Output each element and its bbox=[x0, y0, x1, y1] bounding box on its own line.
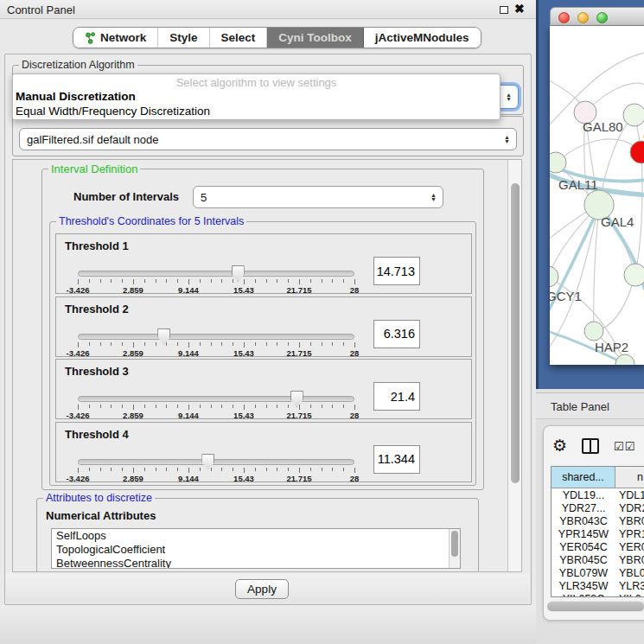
table-row[interactable]: YLR345WYLR3 bbox=[552, 579, 644, 592]
apply-button[interactable]: Apply bbox=[235, 579, 289, 599]
threshold-value-field[interactable]: 6.316 bbox=[373, 320, 420, 348]
table-panel-box: ⚙ ☑☑ shared... n YDL19...YDL1YDR27...YDR… bbox=[543, 425, 644, 621]
threshold-slider[interactable]: -3.4262.8599.14415.4321.71528 bbox=[78, 457, 354, 483]
popup-placeholder-item[interactable]: Select algorithm to view settings bbox=[13, 74, 500, 89]
table-row[interactable]: YDR27...YDR2 bbox=[552, 501, 644, 514]
minimize-traffic-light-icon[interactable] bbox=[577, 12, 589, 23]
apply-button-strip: Apply bbox=[6, 574, 530, 604]
attribute-list-item[interactable]: TopologicalCoefficient bbox=[52, 543, 460, 557]
attribute-list-item[interactable]: SelfLoops bbox=[52, 529, 460, 543]
split-columns-icon[interactable] bbox=[582, 438, 599, 454]
network-node[interactable] bbox=[550, 266, 558, 287]
tab-label: Cyni Toolbox bbox=[278, 31, 352, 44]
cell-shared-name: YPR145W bbox=[552, 527, 615, 540]
threshold-box: Threshold 3-3.4262.8599.14415.4321.71528… bbox=[55, 359, 472, 419]
threshold-slider[interactable]: -3.4262.8599.14415.4321.71528 bbox=[78, 332, 354, 358]
threshold-slider[interactable]: -3.4262.8599.14415.4321.71528 bbox=[78, 394, 354, 420]
network-node[interactable] bbox=[623, 104, 644, 126]
slider-track[interactable] bbox=[78, 334, 354, 340]
popup-option[interactable]: Equal Width/Frequency Discretization bbox=[13, 104, 500, 118]
slider-ticks bbox=[78, 342, 354, 348]
table-row[interactable]: YPR145WYPR1 bbox=[552, 527, 644, 540]
table-panel-title: Table Panel bbox=[551, 400, 609, 413]
combo-arrows-icon: ▲▼ bbox=[430, 187, 437, 207]
zoom-traffic-light-icon[interactable] bbox=[596, 12, 608, 23]
threshold-value-field[interactable]: 21.4 bbox=[373, 382, 420, 411]
tab-label: Network bbox=[100, 31, 146, 44]
threshold-label: Threshold 3 bbox=[65, 365, 129, 378]
settings-scrollbar-thumb[interactable] bbox=[511, 183, 520, 483]
attribute-list-item[interactable]: BetweennessCentrality bbox=[52, 557, 460, 569]
network-node[interactable] bbox=[630, 141, 644, 163]
close-traffic-light-icon[interactable] bbox=[558, 12, 570, 23]
list-scrollbar[interactable] bbox=[449, 529, 460, 568]
network-view-window[interactable]: GAL80GACGAL11GAL4GCY1HHAP2 bbox=[536, 0, 644, 389]
threshold-value-field[interactable]: 11.344 bbox=[373, 445, 420, 474]
list-scrollbar-thumb[interactable] bbox=[451, 531, 458, 557]
table-row[interactable]: YBL079WYBL0 bbox=[552, 566, 644, 579]
numerical-attributes-list[interactable]: SelfLoopsTopologicalCoefficientBetweenne… bbox=[51, 528, 461, 569]
slider-tick-labels: -3.4262.8599.14415.4321.71528 bbox=[78, 474, 354, 483]
table-horizontal-scrollbar[interactable] bbox=[547, 601, 644, 612]
right-column: GAL80GACGAL11GAL4GCY1HHAP2 Table Panel ⚙… bbox=[536, 0, 644, 644]
thresholds-coordinates-label: Threshold's Coordinates for 5 Intervals bbox=[56, 215, 246, 227]
cell-name: YBR0 bbox=[615, 514, 644, 527]
slider-track[interactable] bbox=[78, 459, 354, 465]
slider-ticks bbox=[78, 405, 354, 411]
slider-tick-labels: -3.4262.8599.14415.4321.71528 bbox=[78, 411, 354, 420]
cell-name: YIL0 bbox=[615, 592, 644, 597]
slider-track[interactable] bbox=[78, 396, 354, 402]
close-icon[interactable]: ✖ bbox=[514, 2, 525, 16]
popup-option[interactable]: Manual Discretization bbox=[13, 89, 500, 104]
table-row[interactable]: YDL19...YDL1 bbox=[552, 488, 644, 501]
cell-shared-name: YBR045C bbox=[552, 553, 615, 566]
threshold-slider[interactable]: -3.4262.8599.14415.4321.71528 bbox=[78, 269, 354, 295]
network-canvas[interactable]: GAL80GACGAL11GAL4GCY1HHAP2 bbox=[550, 26, 644, 365]
cell-name: YDR2 bbox=[615, 501, 644, 514]
threshold-label: Threshold 4 bbox=[65, 428, 129, 441]
discretization-algorithm-label: Discretization Algorithm bbox=[19, 59, 137, 71]
table-data-combobox[interactable]: galFiltered.sif default node ▲▼ bbox=[19, 128, 517, 150]
slider-track[interactable] bbox=[78, 271, 354, 277]
node-attribute-table[interactable]: shared... n YDL19...YDL1YDR27...YDR2YBR0… bbox=[551, 466, 644, 597]
table-hscrollbar-thumb[interactable] bbox=[547, 602, 644, 611]
threshold-box: Threshold 4-3.4262.8599.14415.4321.71528… bbox=[55, 422, 472, 482]
tab-label: Select bbox=[221, 31, 256, 44]
tab-cyni-toolbox[interactable]: Cyni Toolbox bbox=[267, 28, 364, 48]
cell-shared-name: YLR345W bbox=[552, 579, 615, 592]
tab-select[interactable]: Select bbox=[210, 28, 268, 48]
number-of-intervals-combobox[interactable]: 5 ▲▼ bbox=[193, 186, 443, 208]
threshold-value-field[interactable]: 14.713 bbox=[373, 257, 420, 285]
float-window-icon[interactable] bbox=[500, 6, 508, 14]
interval-definition-group: Interval Definition Number of Intervals … bbox=[41, 169, 484, 490]
checkbox-icons[interactable]: ☑☑ bbox=[614, 440, 635, 453]
slider-ticks bbox=[78, 279, 354, 285]
network-node[interactable] bbox=[624, 264, 644, 286]
table-data-group: Table Data galFiltered.sif default node … bbox=[12, 116, 524, 156]
table-row[interactable]: YBR045CYBR0 bbox=[552, 553, 644, 566]
cell-shared-name: YBL079W bbox=[552, 566, 615, 579]
algorithm-dropdown-popup: Select algorithm to view settings Manual… bbox=[12, 73, 501, 120]
network-node[interactable] bbox=[550, 152, 566, 173]
attributes-to-discretize-group: Attributes to discretize Numerical Attri… bbox=[36, 498, 479, 572]
slider-tick-labels: -3.4262.8599.14415.4321.71528 bbox=[78, 285, 354, 295]
cell-shared-name: YIL053C bbox=[552, 592, 615, 597]
column-header-name[interactable]: n bbox=[615, 467, 644, 488]
threshold-label: Threshold 1 bbox=[65, 239, 129, 252]
gear-icon[interactable]: ⚙ bbox=[552, 437, 567, 455]
table-row[interactable]: YBR043CYBR0 bbox=[552, 514, 644, 527]
tab-jactivemnodules[interactable]: jActiveMNodules bbox=[364, 28, 481, 48]
network-icon bbox=[85, 32, 96, 44]
table-row[interactable]: YER054CYER0 bbox=[552, 540, 644, 553]
tab-network[interactable]: Network bbox=[73, 28, 158, 48]
settings-scrollbar[interactable] bbox=[507, 160, 521, 571]
column-header-shared-name[interactable]: shared... bbox=[552, 467, 615, 488]
cell-shared-name: YDL19... bbox=[552, 488, 615, 501]
threshold-box: Threshold 2-3.4262.8599.14415.4321.71528… bbox=[55, 296, 472, 357]
network-node[interactable] bbox=[584, 322, 603, 341]
network-edge bbox=[556, 139, 641, 163]
table-row[interactable]: YIL053CYIL0 bbox=[552, 592, 644, 597]
settings-scroll-area: Interval Definition Number of Intervals … bbox=[12, 159, 522, 572]
network-edge bbox=[635, 152, 642, 275]
tab-style[interactable]: Style bbox=[158, 28, 209, 48]
